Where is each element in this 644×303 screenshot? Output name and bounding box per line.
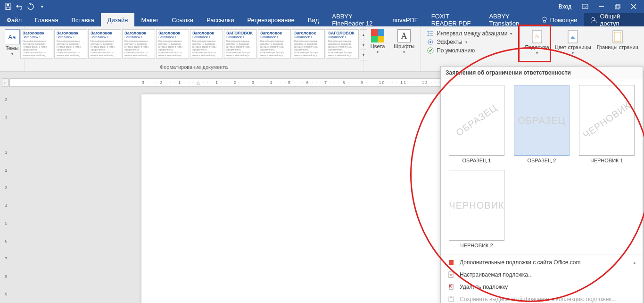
tab-foxit-reader-pdf[interactable]: FOXIT READER PDF — [425, 13, 483, 26]
tab-файл[interactable]: Файл — [0, 13, 28, 26]
tab-abbyy-finereader-12[interactable]: ABBYY FineReader 12 — [325, 13, 386, 26]
watermark-thumb: ОБРАЗЕЦ — [449, 85, 504, 156]
remove-watermark-label: Удалить подложку — [460, 284, 508, 290]
quick-access-toolbar: ▾ — [0, 0, 50, 13]
style-set-thumb[interactable]: ЗаголовокЗаголовок 1Квалифицированные до… — [122, 29, 155, 59]
page-color-button[interactable]: Цвет страницы ▾ — [552, 28, 594, 56]
qat-more-icon[interactable]: ▾ — [39, 3, 45, 10]
ribbon-tabs: ФайлГлавнаяВставкаДизайнМакетСсылкиРассы… — [0, 13, 644, 26]
more-watermarks-option[interactable]: Дополнительные подложки с сайта Office.c… — [441, 256, 643, 269]
more-watermarks-label: Дополнительные подложки с сайта Office.c… — [460, 259, 580, 266]
spacing-icon — [427, 30, 434, 37]
themes-label: Темы — [6, 45, 19, 51]
tell-me-label: Помощни — [550, 17, 578, 24]
close-icon[interactable] — [631, 4, 636, 9]
tab-рецензирование[interactable]: Рецензирование — [240, 13, 301, 26]
gallery-group-label: Форматирование документа — [160, 64, 228, 70]
watermark-preset[interactable]: ЧЕРНОВИКЧЕРНОВИК 1 — [578, 85, 636, 163]
share-button[interactable]: Общий доступ — [584, 13, 644, 26]
page-color-label: Цвет страницы — [555, 44, 591, 50]
vertical-ruler[interactable]: 21123456789 — [2, 91, 10, 303]
watermark-caption: ЧЕРНОВИК 2 — [460, 243, 493, 248]
minimize-icon[interactable] — [599, 4, 604, 9]
style-set-thumb[interactable]: ЗАГОЛОВОКЗаголовок 1Квалифицированные до… — [224, 29, 257, 59]
ribbon-options-icon[interactable] — [582, 4, 588, 9]
watermark-preset[interactable]: ОБРАЗЕЦОБРАЗЕЦ 1 — [447, 85, 506, 163]
ruler-v-tick: 9 — [5, 286, 7, 303]
watermark-label: Подложка — [525, 44, 549, 50]
watermark-thumb: ОБРАЗЕЦ — [514, 85, 570, 156]
style-set-thumb[interactable]: ЗаголовокЗаголовок 1Квалифицированные до… — [190, 29, 223, 59]
ruler-v-tick: 5 — [5, 215, 7, 233]
watermark-thumb: ЧЕРНОВИК — [579, 85, 635, 156]
custom-watermark-icon: A — [447, 271, 455, 278]
default-label: По умолчанию — [437, 47, 475, 54]
theme-variants-group: Цвета ▾ A Шрифты ▾ — [363, 26, 421, 71]
fonts-label: Шрифты — [394, 43, 414, 49]
remove-watermark-option[interactable]: Удалить подложку — [441, 281, 643, 293]
style-set-thumb[interactable]: ЗаголовокЗаголовок 1Квалифицированные до… — [20, 29, 53, 59]
tab-макет[interactable]: Макет — [134, 13, 165, 26]
maximize-icon[interactable] — [615, 4, 620, 9]
svg-rect-1 — [7, 4, 9, 6]
tab-abbyy-translation[interactable]: ABBYY Translation — [482, 13, 535, 26]
ruler-v-tick: 2 — [5, 161, 7, 179]
watermark-button[interactable]: A Подложка ▾ — [522, 28, 552, 56]
svg-text:A: A — [450, 273, 453, 277]
save-icon[interactable] — [5, 3, 11, 10]
colors-label: Цвета — [371, 43, 385, 49]
window-controls: Вход — [551, 0, 644, 13]
colors-button[interactable]: Цвета ▾ — [366, 28, 389, 55]
title-bar: ▾ Вход — [0, 0, 644, 13]
watermark-caption: ОБРАЗЕЦ 1 — [462, 158, 491, 163]
office-icon — [447, 259, 455, 266]
fonts-button[interactable]: A Шрифты ▾ — [391, 28, 417, 55]
svg-rect-2 — [6, 7, 10, 9]
page-color-icon — [566, 30, 579, 43]
tab-вид[interactable]: Вид — [301, 13, 326, 26]
watermark-preset[interactable]: ОБРАЗЕЦОБРАЗЕЦ 2 — [512, 85, 571, 163]
custom-watermark-label: Настраиваемая подложка... — [460, 271, 533, 278]
page-borders-label: Границы страниц — [597, 44, 638, 50]
effects-label: Эффекты — [437, 39, 462, 45]
watermark-icon: A — [530, 30, 544, 43]
style-set-thumb[interactable]: ЗАГОЛОВОКЗаголовок 1Квалифицированные до… — [326, 29, 359, 59]
style-set-thumb[interactable]: ЗаголовокЗаголовок 1Квалифицированные до… — [88, 29, 121, 59]
ruler-v-tick: 3 — [5, 179, 7, 197]
spacing-label: Интервал между абзацами — [437, 30, 507, 37]
style-set-thumb[interactable]: ЗаголовокЗаголовок 1Квалифицированные до… — [156, 29, 189, 59]
style-set-thumb[interactable]: ЗаголовокЗаголовок 1Квалифицированные до… — [258, 29, 291, 59]
set-default-button[interactable]: По умолчанию — [427, 47, 512, 54]
watermark-preset[interactable]: ЧЕРНОВИКЧЕРНОВИК 2 — [447, 170, 506, 248]
style-set-thumb[interactable]: ЗаголовокЗаголовок 1Квалифицированные до… — [292, 29, 325, 59]
lightbulb-icon — [542, 17, 547, 23]
svg-point-11 — [592, 17, 594, 20]
signin-link[interactable]: Вход — [559, 3, 571, 10]
tell-me[interactable]: Помощни — [535, 13, 584, 26]
effects-button[interactable]: Эффекты ▾ — [427, 39, 512, 45]
page-borders-button[interactable]: Границы страниц — [594, 28, 641, 51]
ruler-v-tick: 6 — [5, 232, 7, 250]
undo-icon[interactable] — [16, 3, 23, 10]
redo-icon[interactable] — [27, 3, 34, 10]
ribbon: Aa Темы ▾ ЗаголовокЗаголовок 1Квалифицир… — [0, 26, 644, 72]
colors-icon — [371, 29, 384, 42]
tab-главная[interactable]: Главная — [28, 13, 65, 26]
svg-rect-23 — [449, 260, 454, 265]
tab-ссылки[interactable]: Ссылки — [165, 13, 200, 26]
tab-рассылки[interactable]: Рассылки — [200, 13, 240, 26]
ruler-corner[interactable]: ⌐ — [2, 78, 8, 87]
paragraph-spacing-button[interactable]: Интервал между абзацами ▾ — [427, 30, 512, 37]
custom-watermark-option[interactable]: A Настраиваемая подложка... — [441, 269, 643, 281]
tab-дизайн[interactable]: Дизайн — [101, 13, 135, 26]
tab-вставка[interactable]: Вставка — [65, 13, 100, 26]
style-set-thumb[interactable]: ЗаголовокЗаголовок 1Квалифицированные до… — [54, 29, 87, 59]
page-background-group: A Подложка ▾ Цвет страницы ▾ Границы стр… — [519, 26, 644, 71]
watermark-caption: ОБРАЗЕЦ 2 — [528, 158, 556, 163]
tab-novapdf[interactable]: novaPDF — [386, 13, 425, 26]
ruler-v-tick: 7 — [5, 250, 7, 268]
svg-rect-10 — [544, 21, 545, 22]
share-icon — [591, 17, 597, 23]
ruler-v-tick: 1 — [5, 109, 7, 126]
svg-point-16 — [429, 41, 431, 43]
